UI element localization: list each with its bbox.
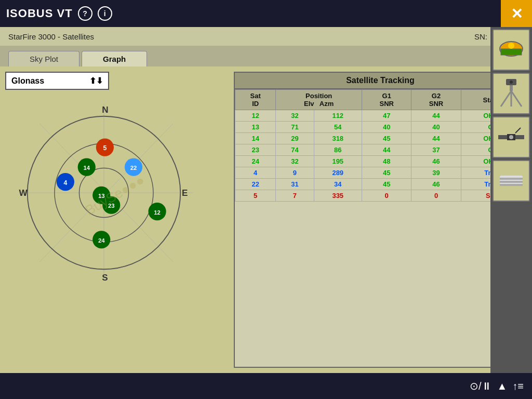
svg-line-43 [515, 128, 521, 133]
glonass-dropdown[interactable]: Glonass ⬆⬇ [5, 72, 109, 90]
table-cell: 45 [362, 133, 411, 144]
info-icon[interactable]: i [98, 6, 112, 21]
svg-point-38 [510, 81, 513, 84]
table-cell: 40 [411, 122, 461, 133]
col-position: PositionElv Azm [276, 90, 362, 110]
table-cell: 46 [411, 156, 461, 167]
svg-text:S: S [102, 273, 108, 283]
table-row: 14293184544OKsf1 [235, 133, 526, 144]
table-cell: 40 [362, 122, 411, 133]
table-cell: 12 [235, 110, 276, 122]
gps-device-icon [496, 34, 527, 65]
svg-text:5: 5 [103, 144, 107, 152]
svg-text:W: W [19, 188, 28, 198]
sidebar-icon-tools[interactable] [493, 160, 530, 202]
subtitle-bar: StarFire 3000 - Satellites SN: 483766 [0, 27, 532, 46]
table-cell: 74 [276, 144, 314, 156]
table-row: 5733500Srch [235, 190, 526, 202]
table-row: 2374864437OK [235, 144, 526, 156]
table-cell: 7 [276, 190, 314, 202]
question-icon[interactable]: ? [78, 6, 92, 21]
svg-rect-41 [515, 135, 524, 139]
svg-text:24: 24 [98, 237, 105, 244]
svg-text:N: N [102, 105, 108, 115]
table-cell: 22 [235, 179, 276, 190]
tab-sky-plot[interactable]: Sky Plot [8, 51, 79, 66]
svg-rect-47 [500, 184, 523, 186]
table-cell: 5 [235, 190, 276, 202]
table-cell: 48 [362, 156, 411, 167]
tracking-table: SatID PositionElv Azm G1SNR G2SNR Status… [235, 89, 526, 202]
tab-graph[interactable]: Graph [82, 51, 147, 66]
table-cell: 112 [314, 110, 362, 122]
table-cell: 195 [314, 156, 362, 167]
svg-rect-45 [500, 178, 523, 180]
tracking-panel: Satellite Tracking SatID PositionElv Azm… [234, 72, 527, 368]
table-cell: 46 [411, 179, 461, 190]
sidebar-icon-tripod[interactable] [493, 73, 530, 114]
table-cell: 23 [235, 144, 276, 156]
svg-text:12: 12 [154, 209, 161, 216]
table-cell: 29 [276, 133, 314, 144]
table-cell: 45 [362, 179, 411, 190]
table-cell: 31 [276, 179, 314, 190]
svg-text:4: 4 [63, 179, 67, 187]
table-cell: 86 [314, 144, 362, 156]
dropdown-label: Glonass [11, 76, 44, 86]
table-cell: 335 [314, 190, 362, 202]
svg-text:22: 22 [130, 165, 137, 171]
table-cell: 45 [362, 167, 411, 179]
svg-text:E: E [182, 188, 188, 198]
tools-icon [496, 165, 527, 196]
table-cell: 0 [411, 190, 461, 202]
table-cell: 39 [411, 167, 461, 179]
close-button[interactable]: ✕ [501, 0, 532, 27]
main-content: Glonass ⬆⬇ N [0, 66, 532, 373]
svg-rect-31 [501, 49, 522, 55]
triangle-icon[interactable]: ▲ [497, 380, 508, 392]
header-bar: ISOBUS VT ? i ✕ [0, 0, 532, 27]
up-list-icon[interactable]: ↑≡ [512, 380, 524, 392]
table-row: 12321124744OKsf1 [235, 110, 526, 122]
table-cell: 32 [276, 156, 314, 167]
table-cell: 44 [411, 110, 461, 122]
table-cell: 44 [411, 133, 461, 144]
col-g2: G2SNR [411, 90, 461, 110]
device-name: StarFire 3000 - Satellites [8, 32, 94, 41]
tracking-header: Satellite Tracking [235, 73, 526, 89]
table-cell: 32 [276, 110, 314, 122]
app-title: ISOBUS VT [6, 7, 73, 20]
svg-text:14: 14 [83, 165, 90, 171]
table-row: 1371544040OK [235, 122, 526, 133]
bottom-bar: ⊙/⏸ ▲ ↑≡ [0, 373, 532, 399]
col-g1: G1SNR [362, 90, 411, 110]
sky-plot-container: N S E W 5 14 4 22 13 [5, 94, 229, 368]
table-cell: 13 [235, 122, 276, 133]
table-row: 24321954846OKsf1 [235, 156, 526, 167]
sidebar-icon-satellite[interactable] [493, 116, 530, 158]
sky-plot-panel: Glonass ⬆⬇ N [5, 72, 229, 368]
svg-rect-46 [500, 181, 523, 183]
table-cell: 318 [314, 133, 362, 144]
col-sat-id: SatID [235, 90, 276, 110]
table-cell: 71 [276, 122, 314, 133]
sidebar-icon-gps[interactable] [493, 29, 530, 71]
svg-rect-40 [498, 135, 507, 139]
dropdown-arrow: ⬆⬇ [89, 76, 103, 86]
table-cell: 54 [314, 122, 362, 133]
play-pause-button[interactable]: ⊙/⏸ [470, 380, 492, 392]
table-cell: 14 [235, 133, 276, 144]
table-cell: 24 [235, 156, 276, 167]
table-cell: 9 [276, 167, 314, 179]
table-cell: 47 [362, 110, 411, 122]
right-sidebar [490, 27, 532, 373]
table-cell: 289 [314, 167, 362, 179]
tab-bar: Sky Plot Graph [0, 46, 532, 66]
svg-line-34 [501, 91, 511, 107]
svg-line-35 [511, 91, 522, 107]
table-cell: 37 [411, 144, 461, 156]
satellite-icon [496, 122, 527, 153]
table-cell: 0 [362, 190, 411, 202]
table-row: 492894539Track [235, 167, 526, 179]
sky-plot-svg: N S E W 5 14 4 22 13 [5, 94, 203, 291]
